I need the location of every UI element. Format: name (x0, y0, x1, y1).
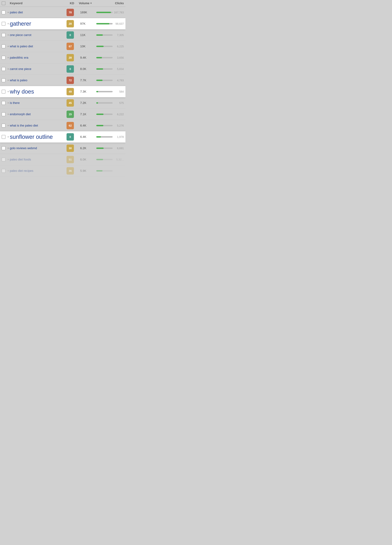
volume-bar-fill (96, 170, 103, 172)
add-keyword-button[interactable]: + (6, 101, 10, 105)
row-checkbox[interactable] (2, 90, 6, 93)
add-keyword-button[interactable]: + (6, 67, 10, 71)
row-checkbox[interactable] (2, 78, 6, 82)
volume-value: 11K (79, 33, 86, 37)
keyword-text[interactable]: paleolithic era (10, 56, 28, 59)
row-checkbox[interactable] (2, 33, 6, 37)
clicks-value: 3,656 (117, 56, 124, 59)
keyword-text[interactable]: what is the paleo diet (10, 124, 38, 127)
row-checkbox[interactable] (2, 11, 6, 14)
clicks-value: 5,834 (117, 68, 124, 70)
volume-bar-fill (96, 91, 98, 92)
clicks-value: 6,691 (117, 147, 124, 150)
row-checkbox[interactable] (2, 101, 6, 105)
keyword-table: Keyword KD Volume ▼ Clicks + paleo diet … (0, 0, 125, 177)
volume-bar-fill (96, 80, 103, 81)
keyword-text[interactable]: is there (10, 101, 20, 105)
keyword-column-header: Keyword (10, 1, 23, 5)
keyword-text[interactable]: what is paleo diet (10, 45, 33, 48)
add-keyword-button[interactable]: + (6, 45, 10, 48)
table-row: + paleolithic era 28 9.4K 3,656 (0, 52, 125, 63)
table-row: + sunflower outline 0 6.4K 1,978 (0, 131, 125, 143)
select-all-checkbox[interactable] (2, 1, 6, 5)
row-checkbox[interactable] (2, 158, 6, 161)
clicks-value: 584 (119, 90, 124, 93)
table-row: + is there 45 7.2K 575 (0, 97, 125, 109)
kd-badge: 51 (67, 156, 74, 163)
keyword-text[interactable]: gatherer (10, 20, 31, 27)
row-checkbox[interactable] (2, 135, 6, 139)
volume-column-header[interactable]: Volume ▼ (79, 1, 95, 5)
kd-badge: 78 (67, 9, 74, 16)
add-keyword-button[interactable]: + (6, 56, 10, 59)
keyword-text[interactable]: paleo diet foods (10, 158, 31, 161)
add-keyword-button[interactable]: + (6, 135, 10, 139)
table-row: + what is the paleo diet 62 6.4K 5,276 (0, 120, 125, 131)
kd-badge: 28 (67, 54, 74, 61)
table-row: + what is paleo diet 67 10K 6,225 (0, 41, 125, 52)
volume-bar (96, 102, 113, 104)
volume-bar (96, 46, 113, 47)
row-checkbox[interactable] (2, 22, 6, 26)
add-keyword-button[interactable]: + (6, 33, 10, 37)
clicks-value: 6,225 (117, 45, 124, 48)
keyword-text[interactable]: why does (10, 88, 34, 95)
table-row: + paleo diet recipes 36 5.9K (0, 165, 125, 177)
clicks-value: 4,783 (117, 79, 124, 82)
clicks-value: 575 (119, 101, 124, 105)
volume-bar (96, 91, 113, 92)
row-checkbox[interactable] (2, 169, 6, 173)
volume-value: 8.0K (79, 67, 86, 71)
table-row: + endomorph diet 15 7.1K 6,222 (0, 109, 125, 120)
row-checkbox[interactable] (2, 146, 6, 150)
clicks-value: 98,637 (116, 22, 124, 25)
row-checkbox[interactable] (2, 56, 6, 60)
keyword-text[interactable]: carrot one piece (10, 67, 31, 71)
add-keyword-button[interactable]: + (6, 158, 10, 161)
table-row: + one piece carrot 0 11K 7,305 (0, 30, 125, 41)
kd-badge: 62 (67, 122, 74, 129)
keyword-text[interactable]: one piece carrot (10, 33, 31, 37)
add-keyword-button[interactable]: + (6, 22, 10, 25)
volume-bar-fill (96, 46, 104, 47)
table-body: + paleo diet 78 169K 167,783 + gatherer (0, 7, 125, 177)
kd-badge: 45 (67, 99, 74, 107)
keyword-text[interactable]: paleo diet recipes (10, 169, 33, 173)
keyword-text[interactable]: paleo diet (10, 11, 23, 14)
sort-arrow-icon: ▼ (90, 2, 92, 5)
keyword-text[interactable]: sunflower outline (10, 134, 53, 140)
volume-value: 169K (79, 11, 87, 14)
clicks-value: 6,222 (117, 113, 124, 116)
keyword-text[interactable]: what is paleo (10, 79, 27, 82)
add-keyword-button[interactable]: + (6, 147, 10, 150)
add-keyword-button[interactable]: + (6, 11, 10, 14)
kd-badge: 67 (67, 43, 74, 50)
row-checkbox[interactable] (2, 44, 6, 48)
keyword-text[interactable]: golo reviews webmd (10, 146, 37, 150)
volume-value: 7.7K (79, 79, 86, 82)
table-row: + carrot one piece 0 8.0K 5,834 (0, 63, 125, 75)
table-row: + golo reviews webmd 30 6.2K 6,691 (0, 143, 125, 154)
volume-bar-fill (96, 136, 101, 138)
add-keyword-button[interactable]: + (6, 113, 10, 116)
kd-badge: 0 (67, 65, 74, 73)
kd-badge: 36 (67, 167, 74, 174)
clicks-value: 5,32... (116, 158, 124, 161)
clicks-value: 1,978 (117, 135, 124, 138)
clicks-value: 7,305 (117, 34, 124, 37)
row-checkbox[interactable] (2, 67, 6, 71)
add-keyword-button[interactable]: + (6, 169, 10, 173)
kd-badge: 72 (67, 77, 74, 84)
table-row: + why does 49 7.3K 584 (0, 86, 125, 97)
kd-badge: 28 (67, 20, 74, 27)
row-checkbox[interactable] (2, 112, 6, 116)
clicks-column-header: Clicks (115, 1, 124, 5)
kd-badge: 49 (67, 88, 74, 95)
add-keyword-button[interactable]: + (6, 124, 10, 127)
add-keyword-button[interactable]: + (6, 90, 10, 93)
volume-value: 6.4K (79, 135, 86, 139)
keyword-text[interactable]: endomorph diet (10, 112, 31, 116)
kd-badge: 0 (67, 133, 74, 141)
add-keyword-button[interactable]: + (6, 79, 10, 82)
row-checkbox[interactable] (2, 124, 6, 128)
